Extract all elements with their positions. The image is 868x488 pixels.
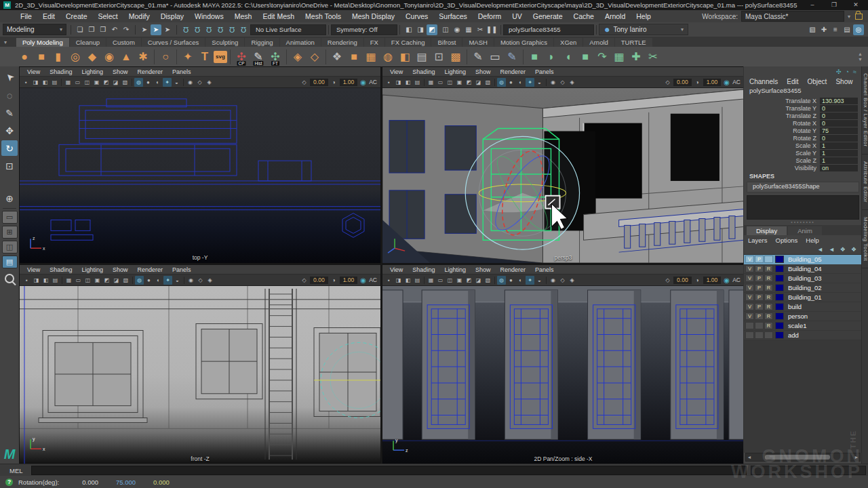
vp-isolate-select-icon[interactable]: ◉ [549, 276, 557, 285]
separator[interactable] [286, 49, 287, 64]
layer-color-swatch[interactable] [775, 293, 784, 301]
vp-shaded-icon[interactable]: ● [144, 276, 153, 285]
manipulator-icon[interactable]: ✣ [836, 68, 842, 75]
vp-gate-mask-icon[interactable]: ▣ [455, 78, 464, 87]
lattice-icon[interactable]: ⊡ [431, 49, 447, 65]
pause-viewport-icon[interactable]: ❚❚ [486, 24, 497, 35]
gamma-icon[interactable]: ◑ [693, 276, 702, 285]
menu-item[interactable]: Edit [37, 12, 60, 20]
multi-cut-grid-icon[interactable]: ▦ [611, 49, 627, 65]
new-scene-icon[interactable]: ❏ [75, 24, 85, 35]
attribute-value[interactable]: 0 [820, 135, 858, 142]
poly-plane-icon[interactable]: ◆ [84, 49, 100, 65]
vp-film-gate-icon[interactable]: ▭ [74, 276, 83, 285]
shelf-tab[interactable]: XGen [554, 38, 583, 47]
ac-toggle[interactable]: AC [369, 277, 378, 283]
shelf-tab[interactable]: Arnold [583, 38, 614, 47]
mirror-geometry-icon[interactable]: ◧ [397, 49, 413, 65]
exposure-icon[interactable]: ◇ [663, 78, 672, 87]
channel-box-menu[interactable]: Channels [749, 78, 787, 85]
poly-torus-icon[interactable]: ◎ [67, 49, 83, 65]
viewport-menu-item[interactable]: Panels [167, 266, 196, 273]
attribute-value[interactable]: 1 [820, 157, 858, 164]
bridge-icon[interactable]: ◖ [560, 49, 576, 65]
save-scene-icon[interactable]: ❒ [98, 24, 108, 35]
exposure-icon[interactable]: ◇ [300, 276, 309, 285]
vp-shadows-icon[interactable]: ◒ [535, 276, 544, 285]
viewport-menu-item[interactable]: View [385, 68, 408, 75]
layer-color-swatch[interactable] [775, 284, 784, 291]
viewport-front-view[interactable]: ViewShadingLightingShowRendererPanels ▪◨… [19, 264, 381, 465]
layer-playback-toggle[interactable]: P [755, 312, 764, 320]
channel-box-toggle-icon[interactable]: ≡ [830, 24, 841, 35]
ao-toggle-icon[interactable]: ◉ [359, 78, 368, 87]
shelf-tab[interactable]: Poly Modeling [16, 38, 69, 47]
vp-lights-icon[interactable]: ✦ [163, 78, 172, 87]
vp-textured-icon[interactable]: ◐ [516, 276, 525, 285]
maximize-button[interactable]: ❐ [825, 0, 843, 10]
render-settings-icon[interactable]: ▦ [463, 24, 474, 35]
layout-single-pane-button[interactable]: ▭ [2, 211, 18, 224]
vp-wireframe-icon[interactable]: ◍ [134, 78, 143, 87]
layer-row[interactable]: V P R Building_01 [744, 293, 862, 302]
object-name-field[interactable]: polySurface83455 [503, 24, 594, 35]
vp-separator[interactable] [132, 79, 132, 86]
attribute-value[interactable]: 0 [820, 105, 858, 112]
sphere-wire-icon[interactable]: ◍ [380, 49, 396, 65]
poly-cylinder-icon[interactable]: ▮ [50, 49, 66, 65]
layer-editor-menu[interactable]: Options [776, 237, 806, 244]
make-live-icon[interactable]: Ω [238, 24, 249, 35]
boolean-cube-icon[interactable]: ■ [577, 49, 593, 65]
scrollbar-thumb[interactable] [765, 455, 830, 460]
viewport-menu-item[interactable]: Shading [408, 68, 439, 75]
rotation-value[interactable]: 0.000 [153, 479, 170, 486]
menu-item[interactable]: Display [155, 12, 189, 20]
shelf-tab[interactable]: Rendering [321, 38, 363, 47]
vp-safe-action-icon[interactable]: ◪ [474, 78, 483, 87]
shelf-tab[interactable]: Curves / Surfaces [142, 38, 205, 47]
ao-toggle-icon[interactable]: ◉ [722, 78, 731, 87]
rotate-tool[interactable]: ↻ [1, 140, 18, 156]
menu-item[interactable]: Modify [123, 12, 155, 20]
vp-bookmarks-icon[interactable]: ◧ [41, 78, 50, 87]
freeze-transform-icon[interactable]: ✣ FT [267, 49, 283, 65]
shelf-tab[interactable]: Animation [280, 38, 321, 47]
vp-film-gate-icon[interactable]: ▭ [436, 78, 445, 87]
vp-plugin-shading-icon[interactable]: ◈ [205, 78, 214, 87]
menu-item[interactable]: Cache [568, 12, 599, 20]
construction-history-icon[interactable]: ◩ [427, 24, 437, 35]
vp-xray-icon[interactable]: ◇ [196, 276, 205, 285]
stack-icon[interactable]: ▤ [414, 49, 430, 65]
vp-lights-icon[interactable]: ✦ [526, 78, 534, 87]
vp-wireframe-icon[interactable]: ◍ [497, 78, 506, 87]
last-tool-slot[interactable]: ⊕ [1, 190, 18, 206]
exposure-field[interactable]: 0.00 [310, 79, 328, 86]
move-tool[interactable]: ✥ [1, 123, 18, 138]
vp-film-gate-icon[interactable]: ▭ [73, 78, 82, 87]
vp-image-plane-icon[interactable]: ▤ [413, 276, 422, 285]
toolbox-separator[interactable] [3, 208, 16, 209]
exposure-field[interactable]: 0.00 [673, 277, 692, 284]
menu-item[interactable]: Arnold [599, 12, 631, 20]
shelf-scroll-buttons[interactable]: ▲ ▼ [858, 52, 865, 62]
vp-safe-title-icon[interactable]: ▧ [484, 276, 492, 285]
separator[interactable] [326, 49, 326, 64]
modeling-toolkit-toggle-icon[interactable]: ▧ [807, 24, 818, 35]
layer-playback-toggle[interactable]: P [755, 293, 764, 301]
type-tool-icon[interactable]: T [197, 49, 213, 65]
vp-separator[interactable] [494, 79, 495, 86]
layer-visibility-toggle[interactable]: V [745, 274, 754, 282]
viewport-menu-item[interactable]: Renderer [495, 266, 530, 273]
attribute-value[interactable]: on [820, 165, 858, 171]
rotation-value[interactable]: 0.000 [82, 479, 98, 486]
menu-item[interactable]: Deform [473, 12, 507, 20]
vp-separator[interactable] [132, 277, 133, 284]
viewport-menu-item[interactable]: Panels [167, 68, 196, 75]
viewport-menu-item[interactable]: Panels [530, 266, 559, 273]
inputs-icon[interactable]: ◧ [403, 24, 414, 35]
command-language-toggle[interactable]: MEL [9, 467, 27, 474]
panel-drag-handle[interactable]: •••••••• [744, 220, 862, 225]
poly-disc-icon[interactable]: ◉ [101, 49, 117, 65]
vp-separator[interactable] [546, 79, 547, 86]
vp-grid-icon[interactable]: ▦ [427, 276, 435, 285]
